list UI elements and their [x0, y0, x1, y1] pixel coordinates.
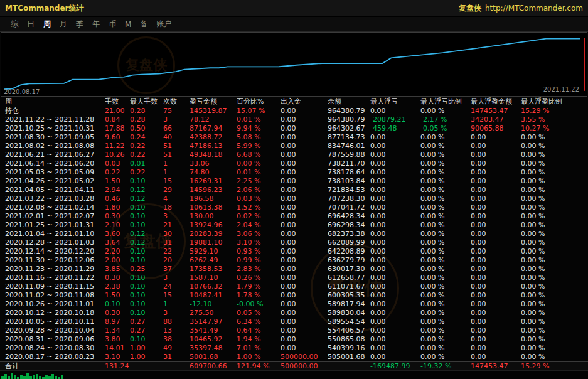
- table-cell: 0.00 %: [420, 238, 471, 247]
- table-cell: 0.00: [281, 318, 328, 326]
- week-row[interactable]: 2021.08.30 ~ 2021.09.059.600.244042388.7…: [0, 133, 588, 142]
- table-cell: 9.94 %: [237, 124, 281, 133]
- table-cell: 0.00: [471, 186, 521, 195]
- table-cell: 0.00 %: [521, 177, 577, 186]
- tab-overview[interactable]: 综: [6, 19, 23, 29]
- table-cell: 0.00: [370, 151, 420, 159]
- table-cell: 78.12: [190, 115, 237, 124]
- column-header: 最大浮盈比例: [521, 97, 577, 107]
- week-row[interactable]: 2020.08.31 ~ 2020.09.063.800.103810465.9…: [0, 335, 588, 344]
- week-row[interactable]: 2021.04.26 ~ 2021.05.021.500.101516269.3…: [0, 177, 588, 186]
- week-row[interactable]: 2020.10.26 ~ 2020.11.010.100.101-12.10-0…: [0, 300, 588, 309]
- tab-m[interactable]: M: [120, 20, 136, 29]
- table-cell: 3.10 %: [237, 238, 281, 247]
- table-cell: 22: [163, 247, 190, 256]
- table-cell: 0.00: [471, 256, 521, 265]
- table-cell: 0.00 %: [420, 142, 471, 151]
- week-row[interactable]: 2020.11.30 ~ 2020.12.062.000.10206262.49…: [0, 256, 588, 265]
- table-cell: 721834.53: [328, 186, 370, 195]
- table-cell: 0.00: [281, 195, 328, 203]
- table-cell: 1.00: [130, 344, 163, 353]
- week-row[interactable]: 2020.11.02 ~ 2020.11.081.500.101510487.4…: [0, 291, 588, 300]
- table-cell: 持仓: [0, 107, 105, 115]
- table-cell: 145319.87: [190, 107, 237, 115]
- week-row[interactable]: 2021.11.22 ~ 2021.11.280.840.28378.120.0…: [0, 115, 588, 124]
- week-row[interactable]: 2021.01.04 ~ 2021.01.103.600.123020283.3…: [0, 230, 588, 238]
- week-row[interactable]: 2021.10.25 ~ 2021.10.3117.880.506687167.…: [0, 124, 588, 133]
- right-edge-marker: [584, 38, 585, 91]
- week-row[interactable]: 2020.10.05 ~ 2020.10.118.970.278835147.9…: [0, 318, 588, 326]
- week-row[interactable]: 2020.11.23 ~ 2020.11.293.850.253717358.5…: [0, 265, 588, 274]
- week-row[interactable]: 2021.02.01 ~ 2021.02.070.300.103130.000.…: [0, 212, 588, 221]
- table-cell: 2021.08.30 ~ 2021.09.05: [0, 133, 105, 142]
- table-cell: 0.00 %: [420, 335, 471, 344]
- table-cell: 0.00: [370, 247, 420, 256]
- table-cell: 6.68 %: [237, 151, 281, 159]
- table-cell: 2.20: [105, 247, 130, 256]
- week-row[interactable]: 2020.12.28 ~ 2021.01.033.640.123119881.1…: [0, 238, 588, 247]
- table-cell: 14596.23: [190, 186, 237, 195]
- week-row[interactable]: 2021.06.21 ~ 2021.06.2710.260.225149348.…: [0, 151, 588, 159]
- tab-month[interactable]: 月: [55, 19, 72, 29]
- week-row[interactable]: 2020.11.09 ~ 2020.11.152.380.102410766.3…: [0, 282, 588, 291]
- week-row[interactable]: 2021.02.08 ~ 2021.02.141.800.101810613.3…: [0, 203, 588, 212]
- table-cell: 0.00: [281, 309, 328, 318]
- table-cell: 9.60: [105, 133, 130, 142]
- table-cell: 0.00: [370, 309, 420, 318]
- brand-url-link[interactable]: http://MTCommander.com: [485, 4, 583, 13]
- column-header: 手数: [105, 97, 130, 107]
- table-cell: 0.00: [370, 221, 420, 230]
- table-cell: 15: [163, 177, 190, 186]
- table-cell: 75: [163, 107, 190, 115]
- table-cell: 589830.04: [328, 309, 370, 318]
- tab-quarter[interactable]: 季: [72, 19, 88, 29]
- table-cell: 0.00: [471, 142, 521, 151]
- table-cell: 10766.32: [190, 282, 237, 291]
- table-cell: 13924.96: [190, 221, 237, 230]
- tab-currency[interactable]: 币: [104, 19, 120, 29]
- week-row[interactable]: 2020.08.24 ~ 2020.08.3014.011.004935397.…: [0, 344, 588, 353]
- table-cell: 14.01: [105, 344, 130, 353]
- table-cell: 0.00: [471, 159, 521, 168]
- table-cell: 49348.18: [190, 151, 237, 159]
- tab-year[interactable]: 年: [88, 19, 104, 29]
- table-cell: 0.00 %: [521, 238, 577, 247]
- week-row[interactable]: 2021.04.05 ~ 2021.04.112.940.122914596.2…: [0, 186, 588, 195]
- week-row[interactable]: 2021.03.22 ~ 2021.03.280.460.124196.580.…: [0, 195, 588, 203]
- table-cell: 877134.73: [328, 133, 370, 142]
- week-row[interactable]: 2020.09.28 ~ 2020.10.041.340.27133541.49…: [0, 326, 588, 335]
- week-row[interactable]: 2021.01.25 ~ 2021.01.312.100.102113924.9…: [0, 221, 588, 230]
- table-cell: [328, 362, 370, 370]
- table-cell: 630017.30: [328, 265, 370, 274]
- table-cell: 20: [163, 256, 190, 265]
- table-cell: 3.85: [105, 265, 130, 274]
- week-row[interactable]: 2021.08.02 ~ 2021.08.0811.220.225147186.…: [0, 142, 588, 151]
- table-cell: 131.24: [105, 362, 130, 370]
- table-cell: 0.00 %: [521, 221, 577, 230]
- table-cell: 10.26: [105, 151, 130, 159]
- table-cell: 0.00: [370, 274, 420, 282]
- table-cell: 2020.10.12 ~ 2020.10.18: [0, 309, 105, 318]
- table-cell: 0.00: [471, 326, 521, 335]
- table-cell: -459.48: [370, 124, 420, 133]
- tab-notes[interactable]: 备: [136, 19, 152, 29]
- tab-account[interactable]: 账户: [152, 19, 176, 29]
- week-row[interactable]: 2020.08.17 ~ 2020.08.233.101.00315001.68…: [0, 353, 588, 361]
- table-cell: 0.00: [471, 274, 521, 282]
- week-row[interactable]: 2020.10.12 ~ 2020.10.180.300.103275.500.…: [0, 309, 588, 318]
- table-cell: -169487.99: [370, 362, 420, 370]
- tab-day[interactable]: 日: [23, 19, 39, 29]
- table-cell: 0.00: [281, 203, 328, 212]
- table-cell: 0.10: [130, 247, 163, 256]
- table-cell: 500000.00: [281, 353, 328, 361]
- week-row[interactable]: 2020.11.16 ~ 2020.11.220.300.1031587.100…: [0, 274, 588, 282]
- table-cell: [130, 362, 163, 370]
- tab-week[interactable]: 周: [39, 19, 55, 29]
- table-cell: 0.00: [370, 265, 420, 274]
- week-row[interactable]: 2021.05.03 ~ 2021.05.090.220.22174.800.0…: [0, 168, 588, 177]
- position-row[interactable]: 持仓21.000.2875145319.8715.07 %0.00964380.…: [0, 107, 588, 115]
- week-row[interactable]: 2020.12.14 ~ 2020.12.202.200.10225929.10…: [0, 247, 588, 256]
- week-row[interactable]: 2021.06.14 ~ 2021.06.200.030.01133.060.0…: [0, 159, 588, 168]
- total-row[interactable]: 合计131.24609700.66121.94 %500000.00-16948…: [0, 361, 588, 370]
- table-cell: 2021.05.03 ~ 2021.05.09: [0, 168, 105, 177]
